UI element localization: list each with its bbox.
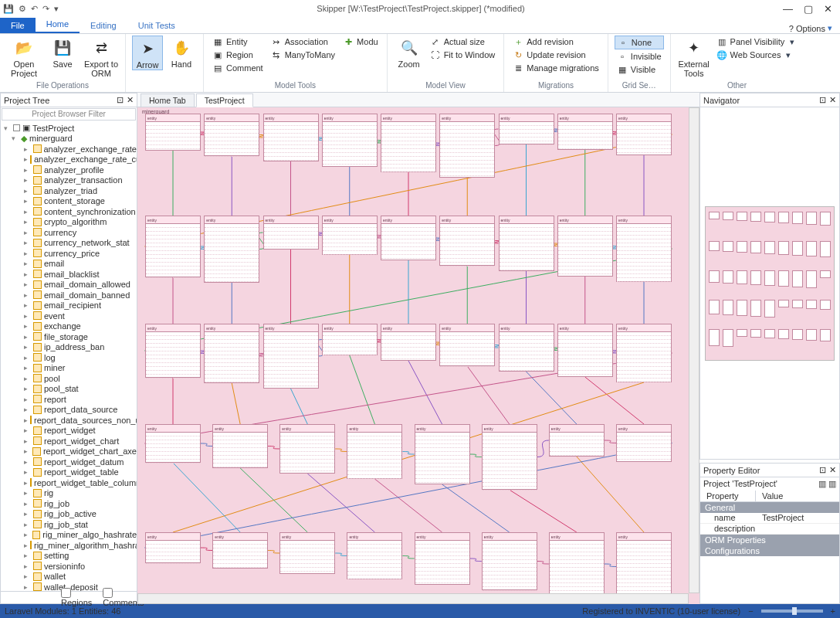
zoom-slider[interactable] — [761, 610, 823, 613]
close-icon[interactable]: ✕ — [127, 95, 134, 105]
pin-icon[interactable]: ⊡ — [819, 95, 826, 105]
tree-item[interactable]: ▸setting — [1, 551, 137, 562]
tree-item[interactable]: ▸currency_price — [1, 248, 137, 259]
entity-box[interactable]: entity — [145, 216, 201, 277]
tree-item[interactable]: ▸rig_miner_algo_hashrate — [1, 530, 137, 541]
entity-box[interactable]: entity — [381, 114, 436, 172]
tree-item[interactable]: ▸analyzer_profile — [1, 165, 137, 175]
arrow-tool-button[interactable]: ➤Arrow — [132, 36, 163, 70]
minimize-button[interactable]: — — [783, 3, 793, 15]
redo-icon[interactable]: ↷ — [42, 4, 49, 14]
module-button[interactable]: ✚Modu — [340, 36, 381, 48]
gear-icon[interactable]: ⚙ — [19, 4, 26, 14]
tree-item[interactable]: ▸report — [1, 394, 137, 405]
save-button[interactable]: 💾Save — [45, 36, 80, 69]
entity-box[interactable]: entity — [557, 114, 613, 150]
tree-item[interactable]: ▸email_recipient — [1, 301, 137, 311]
external-tools-button[interactable]: ✦External Tools — [677, 36, 711, 78]
manage-migrations-button[interactable]: ≣Manage migrations — [510, 62, 601, 74]
entity-box[interactable]: entity — [322, 114, 378, 167]
entity-box[interactable]: entity — [204, 114, 259, 156]
close-button[interactable]: ✕ — [824, 3, 832, 15]
file-tab[interactable]: File — [0, 18, 36, 33]
entity-box[interactable]: entity — [557, 324, 613, 377]
close-icon[interactable]: ✕ — [829, 465, 836, 475]
tree-module[interactable]: ▾◆minerguard — [1, 134, 137, 144]
property-grid[interactable]: PropertyValue General nameTestProject de… — [700, 491, 839, 603]
entity-box[interactable]: entity — [549, 424, 605, 457]
pin-icon[interactable]: ⊡ — [819, 465, 826, 475]
save-icon[interactable]: 💾 — [3, 4, 14, 14]
tree-item[interactable]: ▸report_data_source — [1, 405, 137, 416]
entity-box[interactable]: entity — [322, 216, 378, 255]
tree-item[interactable]: ▸currency — [1, 227, 137, 238]
tree-item[interactable]: ▸rig — [1, 488, 137, 499]
tree-item[interactable]: ▸rig_miner_algorithm_hashrate — [1, 540, 137, 551]
home-tab[interactable]: Home Tab — [141, 93, 195, 107]
tree-root[interactable]: ▾▣TestProject — [1, 123, 137, 134]
entity-box[interactable]: entity — [263, 114, 319, 161]
entity-box[interactable]: entity — [204, 216, 259, 283]
tree-item[interactable]: ▸rig_job_stat — [1, 519, 137, 530]
entity-box[interactable]: entity — [439, 324, 495, 366]
entity-box[interactable]: entity — [482, 532, 537, 590]
entity-box[interactable]: entity — [279, 424, 335, 474]
pin-icon[interactable]: ⊡ — [117, 95, 124, 105]
tree-item[interactable]: ▸log — [1, 352, 137, 363]
region-button[interactable]: ▣Region — [210, 49, 266, 61]
entity-box[interactable]: entity — [616, 532, 672, 601]
tree-item[interactable]: ▸wallet — [1, 572, 137, 582]
regions-checkbox[interactable]: Regions — [61, 588, 92, 608]
entity-box[interactable]: entity — [557, 216, 613, 277]
v-scrollbar[interactable] — [689, 107, 699, 593]
tree-item[interactable]: ▸report_widget_table_column — [1, 477, 137, 488]
prop-row-name[interactable]: nameTestProject — [700, 513, 839, 524]
tree-item[interactable]: ▸event — [1, 311, 137, 321]
section-general[interactable]: General — [700, 502, 839, 513]
tree-item[interactable]: ▸report_widget_table — [1, 467, 137, 478]
entity-box[interactable]: entity — [212, 424, 268, 468]
entity-box[interactable]: entity — [381, 216, 436, 260]
tab-editing[interactable]: Editing — [80, 18, 127, 33]
entity-box[interactable]: entity — [439, 216, 495, 266]
tree-item[interactable]: ▸report_widget_chart — [1, 436, 137, 447]
prop-row-description[interactable]: description — [700, 524, 839, 535]
section-orm[interactable]: ORM Properties — [700, 535, 839, 545]
diagram-canvas[interactable]: minerguard entityentityentityentityentit… — [137, 107, 689, 593]
tree-item[interactable]: ▸pool — [1, 373, 137, 384]
zoom-button[interactable]: 🔍Zoom — [394, 36, 425, 69]
tree-item[interactable]: ▸report_widget_chart_axe — [1, 447, 137, 457]
tree-item[interactable]: ▸analyzer_transaction — [1, 175, 137, 186]
tree-item[interactable]: ▸crypto_algorithm — [1, 217, 137, 228]
entity-box[interactable]: entity — [381, 324, 436, 361]
actual-size-button[interactable]: ⤢Actual size — [428, 36, 498, 48]
entity-box[interactable]: entity — [549, 532, 605, 596]
tree-item[interactable]: ▸ip_address_ban — [1, 342, 137, 353]
entity-box[interactable]: entity — [499, 324, 554, 372]
update-revision-button[interactable]: ↻Update revision — [510, 49, 601, 61]
tree-item[interactable]: ▸file_storage — [1, 331, 137, 342]
checkbox[interactable] — [13, 124, 20, 131]
tree-item[interactable]: ▸versioninfo — [1, 561, 137, 572]
tree-item[interactable]: ▸exchange — [1, 321, 137, 332]
options-toggle[interactable]: ? Options ▾ — [781, 23, 840, 33]
tree-item[interactable]: ▸rig_job_active — [1, 509, 137, 520]
entity-box[interactable]: entity — [616, 114, 672, 155]
manytomany-button[interactable]: ⇆ManyToMany — [269, 49, 337, 61]
fit-window-button[interactable]: ⛶Fit to Window — [428, 49, 498, 61]
web-sources-button[interactable]: 🌐Web Sources ▾ — [714, 49, 798, 61]
entity-box[interactable]: entity — [145, 424, 201, 463]
association-button[interactable]: ↣Association — [269, 36, 337, 48]
tree-item[interactable]: ▸email_blacklist — [1, 269, 137, 280]
tab-unit-tests[interactable]: Unit Tests — [127, 18, 186, 33]
entity-box[interactable]: entity — [415, 532, 470, 585]
entity-box[interactable]: entity — [347, 424, 402, 479]
tree-item[interactable]: ▸analyzer_exchange_rate_current — [1, 154, 137, 165]
zoom-in-button[interactable]: + — [831, 606, 835, 616]
entity-box[interactable]: entity — [439, 114, 495, 178]
entity-box[interactable]: entity — [145, 114, 201, 151]
tree-item[interactable]: ▸report_widget — [1, 426, 137, 436]
tree-item[interactable]: ▸miner — [1, 363, 137, 374]
hand-tool-button[interactable]: ✋Hand — [166, 36, 197, 69]
navigator-body[interactable] — [700, 107, 839, 459]
